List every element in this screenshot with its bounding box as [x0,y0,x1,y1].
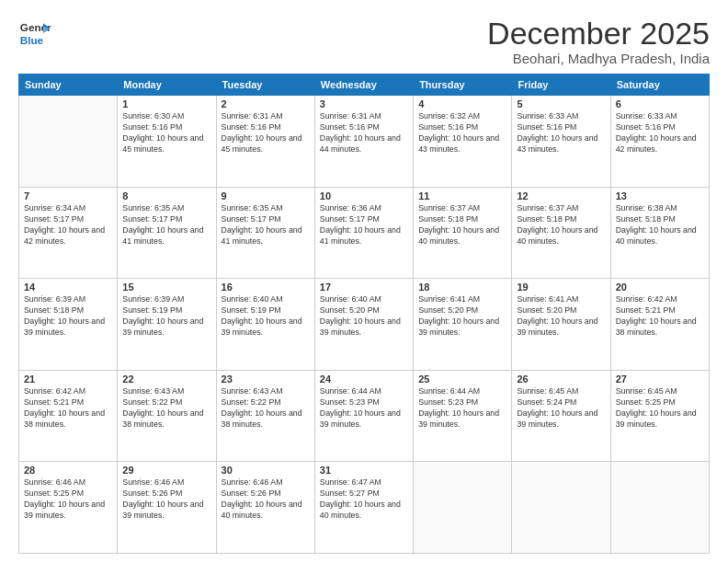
day-info: Sunrise: 6:44 AMSunset: 5:23 PMDaylight:… [320,386,408,431]
calendar-cell: 19Sunrise: 6:41 AMSunset: 5:20 PMDayligh… [512,279,610,371]
svg-text:Blue: Blue [20,34,44,46]
page-subtitle: Beohari, Madhya Pradesh, India [487,51,710,66]
day-info: Sunrise: 6:45 AMSunset: 5:25 PMDaylight:… [616,386,704,431]
th-friday: Friday [512,75,610,96]
calendar-cell: 29Sunrise: 6:46 AMSunset: 5:26 PMDayligh… [118,462,216,554]
calendar-week-row: 7Sunrise: 6:34 AMSunset: 5:17 PMDaylight… [19,187,710,279]
calendar-cell: 12Sunrise: 6:37 AMSunset: 5:18 PMDayligh… [512,187,610,279]
day-info: Sunrise: 6:31 AMSunset: 5:16 PMDaylight:… [320,111,408,155]
day-number: 10 [320,190,408,201]
calendar-cell: 4Sunrise: 6:32 AMSunset: 5:16 PMDaylight… [414,96,512,188]
calendar-week-row: 28Sunrise: 6:46 AMSunset: 5:25 PMDayligh… [19,462,710,554]
day-number: 8 [122,190,210,201]
calendar-cell: 10Sunrise: 6:36 AMSunset: 5:17 PMDayligh… [314,187,413,279]
day-number: 15 [122,282,210,293]
calendar-header-row: Sunday Monday Tuesday Wednesday Thursday… [19,75,710,96]
calendar-cell: 21Sunrise: 6:42 AMSunset: 5:21 PMDayligh… [19,370,118,462]
day-number: 14 [24,282,112,293]
day-info: Sunrise: 6:36 AMSunset: 5:17 PMDaylight:… [320,203,408,247]
calendar-cell: 30Sunrise: 6:46 AMSunset: 5:26 PMDayligh… [216,462,314,554]
calendar-cell: 23Sunrise: 6:43 AMSunset: 5:22 PMDayligh… [216,370,314,462]
calendar-cell [610,462,709,554]
day-number: 9 [222,190,310,201]
day-info: Sunrise: 6:40 AMSunset: 5:20 PMDaylight:… [320,294,408,339]
day-info: Sunrise: 6:35 AMSunset: 5:17 PMDaylight:… [122,203,210,247]
calendar-cell: 16Sunrise: 6:40 AMSunset: 5:19 PMDayligh… [216,279,314,371]
day-info: Sunrise: 6:44 AMSunset: 5:23 PMDaylight:… [418,386,506,431]
day-number: 27 [616,373,704,385]
day-number: 16 [222,282,310,293]
calendar-cell: 27Sunrise: 6:45 AMSunset: 5:25 PMDayligh… [610,370,709,462]
day-info: Sunrise: 6:35 AMSunset: 5:17 PMDaylight:… [222,203,310,247]
th-wednesday: Wednesday [314,75,413,96]
day-info: Sunrise: 6:41 AMSunset: 5:20 PMDaylight:… [517,294,605,339]
calendar-week-row: 21Sunrise: 6:42 AMSunset: 5:21 PMDayligh… [19,370,710,462]
page-title: December 2025 [487,17,710,51]
day-number: 30 [222,465,310,476]
day-number: 1 [122,98,210,109]
day-info: Sunrise: 6:42 AMSunset: 5:21 PMDaylight:… [616,294,704,339]
day-number: 18 [418,282,506,293]
day-info: Sunrise: 6:41 AMSunset: 5:20 PMDaylight:… [418,294,506,339]
day-info: Sunrise: 6:30 AMSunset: 5:16 PMDaylight:… [122,111,210,155]
day-info: Sunrise: 6:38 AMSunset: 5:18 PMDaylight:… [616,203,704,247]
calendar-cell: 17Sunrise: 6:40 AMSunset: 5:20 PMDayligh… [314,279,413,371]
day-info: Sunrise: 6:37 AMSunset: 5:18 PMDaylight:… [418,203,506,247]
day-info: Sunrise: 6:47 AMSunset: 5:27 PMDaylight:… [320,477,408,522]
day-info: Sunrise: 6:43 AMSunset: 5:22 PMDaylight:… [222,386,310,431]
day-info: Sunrise: 6:43 AMSunset: 5:22 PMDaylight:… [122,386,210,431]
calendar-cell: 28Sunrise: 6:46 AMSunset: 5:25 PMDayligh… [19,462,118,554]
calendar-cell: 11Sunrise: 6:37 AMSunset: 5:18 PMDayligh… [414,187,512,279]
day-info: Sunrise: 6:37 AMSunset: 5:18 PMDaylight:… [517,203,605,247]
calendar-cell: 22Sunrise: 6:43 AMSunset: 5:22 PMDayligh… [118,370,216,462]
calendar-cell: 7Sunrise: 6:34 AMSunset: 5:17 PMDaylight… [19,187,118,279]
calendar-cell: 9Sunrise: 6:35 AMSunset: 5:17 PMDaylight… [216,187,314,279]
th-thursday: Thursday [414,75,512,96]
th-tuesday: Tuesday [216,75,314,96]
th-saturday: Saturday [610,75,709,96]
day-number: 26 [517,373,605,385]
day-number: 24 [320,373,408,385]
calendar-table: Sunday Monday Tuesday Wednesday Thursday… [18,74,710,554]
day-number: 31 [320,465,408,476]
day-number: 5 [517,98,605,109]
day-number: 28 [24,465,112,476]
day-info: Sunrise: 6:33 AMSunset: 5:16 PMDaylight:… [517,111,605,155]
calendar-cell: 1Sunrise: 6:30 AMSunset: 5:16 PMDaylight… [118,96,216,188]
title-block: December 2025 Beohari, Madhya Pradesh, I… [487,17,710,66]
calendar-cell: 2Sunrise: 6:31 AMSunset: 5:16 PMDaylight… [216,96,314,188]
calendar-cell: 20Sunrise: 6:42 AMSunset: 5:21 PMDayligh… [610,279,709,371]
day-number: 21 [24,373,112,385]
day-info: Sunrise: 6:46 AMSunset: 5:26 PMDaylight:… [122,477,210,522]
day-number: 12 [517,190,605,201]
day-number: 23 [222,373,310,385]
calendar-cell: 13Sunrise: 6:38 AMSunset: 5:18 PMDayligh… [610,187,709,279]
calendar-cell: 8Sunrise: 6:35 AMSunset: 5:17 PMDaylight… [118,187,216,279]
day-info: Sunrise: 6:46 AMSunset: 5:25 PMDaylight:… [24,477,112,522]
day-number: 19 [517,282,605,293]
day-info: Sunrise: 6:40 AMSunset: 5:19 PMDaylight:… [222,294,310,339]
header: General Blue December 2025 Beohari, Madh… [18,17,710,66]
day-number: 20 [616,282,704,293]
calendar-cell: 14Sunrise: 6:39 AMSunset: 5:18 PMDayligh… [19,279,118,371]
day-info: Sunrise: 6:34 AMSunset: 5:17 PMDaylight:… [24,203,112,247]
calendar-week-row: 14Sunrise: 6:39 AMSunset: 5:18 PMDayligh… [19,279,710,371]
logo-icon: General Blue [18,17,51,50]
day-info: Sunrise: 6:32 AMSunset: 5:16 PMDaylight:… [418,111,506,155]
logo: General Blue [18,17,51,50]
calendar-cell: 5Sunrise: 6:33 AMSunset: 5:16 PMDaylight… [512,96,610,188]
day-info: Sunrise: 6:45 AMSunset: 5:24 PMDaylight:… [517,386,605,431]
day-info: Sunrise: 6:39 AMSunset: 5:19 PMDaylight:… [122,294,210,339]
calendar-cell: 24Sunrise: 6:44 AMSunset: 5:23 PMDayligh… [314,370,413,462]
day-number: 2 [222,98,310,109]
day-info: Sunrise: 6:46 AMSunset: 5:26 PMDaylight:… [222,477,310,522]
calendar-week-row: 1Sunrise: 6:30 AMSunset: 5:16 PMDaylight… [19,96,710,188]
day-number: 4 [418,98,506,109]
th-sunday: Sunday [19,75,118,96]
th-monday: Monday [118,75,216,96]
calendar-cell [414,462,512,554]
day-number: 7 [24,190,112,201]
day-number: 22 [122,373,210,385]
day-info: Sunrise: 6:39 AMSunset: 5:18 PMDaylight:… [24,294,112,339]
page: General Blue December 2025 Beohari, Madh… [0,0,728,563]
